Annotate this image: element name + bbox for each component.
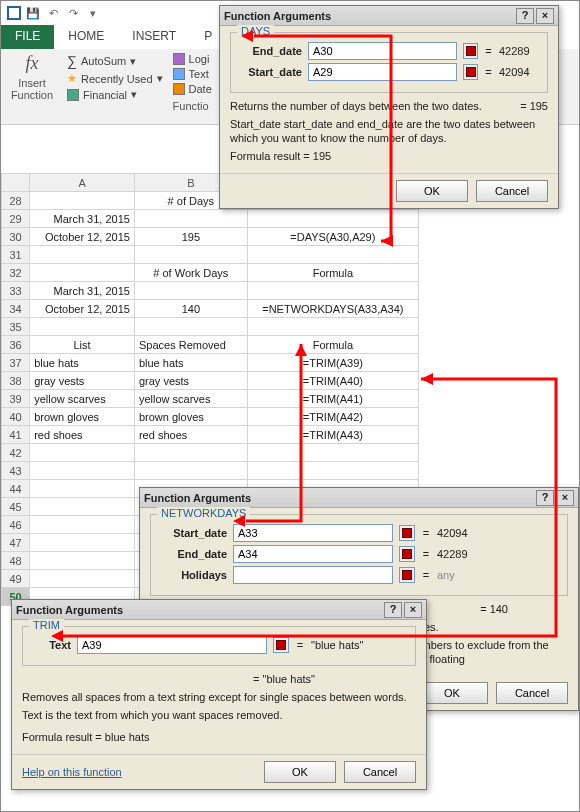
save-icon[interactable]: 💾 [25, 7, 41, 20]
cell[interactable]: =TRIM(A39) [247, 354, 418, 372]
cell[interactable]: brown gloves [134, 408, 247, 426]
cell[interactable]: =TRIM(A43) [247, 426, 418, 444]
cell[interactable]: March 31, 2015 [30, 282, 135, 300]
cell[interactable] [30, 534, 135, 552]
cell[interactable] [30, 570, 135, 588]
range-selector-icon[interactable] [399, 546, 415, 562]
close-icon[interactable]: × [404, 602, 422, 618]
row-header[interactable]: 30 [2, 228, 30, 246]
cell[interactable]: March 31, 2015 [30, 210, 135, 228]
cell[interactable]: October 12, 2015 [30, 228, 135, 246]
cell[interactable]: =NETWORKDAYS(A33,A34) [247, 300, 418, 318]
tab-insert[interactable]: INSERT [118, 25, 190, 49]
cell[interactable] [247, 282, 418, 300]
cell[interactable] [247, 462, 418, 480]
cancel-button[interactable]: Cancel [476, 180, 548, 202]
close-icon[interactable]: × [556, 490, 574, 506]
cell[interactable]: 195 [134, 228, 247, 246]
cell[interactable] [134, 444, 247, 462]
row-header[interactable]: 45 [2, 498, 30, 516]
row-header[interactable]: 38 [2, 372, 30, 390]
cell[interactable] [247, 246, 418, 264]
text-input[interactable] [77, 636, 267, 654]
row-header[interactable]: 48 [2, 552, 30, 570]
cell[interactable] [30, 516, 135, 534]
row-header[interactable]: 41 [2, 426, 30, 444]
cancel-button[interactable]: Cancel [344, 761, 416, 783]
qat-more-icon[interactable]: ▾ [85, 7, 101, 20]
financial-button[interactable]: Financial▾ [67, 88, 163, 101]
cell[interactable] [134, 282, 247, 300]
cell[interactable]: blue hats [134, 354, 247, 372]
cell[interactable] [30, 498, 135, 516]
cell[interactable] [134, 246, 247, 264]
cell[interactable] [247, 318, 418, 336]
row-header[interactable]: 42 [2, 444, 30, 462]
cell[interactable] [30, 192, 135, 210]
range-selector-icon[interactable] [463, 64, 478, 80]
cancel-button[interactable]: Cancel [496, 682, 568, 704]
select-all-cell[interactable] [2, 174, 30, 192]
range-selector-icon[interactable] [399, 525, 415, 541]
cell[interactable]: gray vests [134, 372, 247, 390]
row-header[interactable]: 49 [2, 570, 30, 588]
holidays-input[interactable] [233, 566, 393, 584]
text-button[interactable]: Text [173, 68, 212, 80]
row-header[interactable]: 35 [2, 318, 30, 336]
cell[interactable]: Formula [247, 336, 418, 354]
cell[interactable]: red shoes [134, 426, 247, 444]
cell[interactable]: List [30, 336, 135, 354]
range-selector-icon[interactable] [273, 637, 289, 653]
cell[interactable] [30, 318, 135, 336]
cell[interactable]: gray vests [30, 372, 135, 390]
cell[interactable]: yellow scarves [134, 390, 247, 408]
row-header[interactable]: 40 [2, 408, 30, 426]
cell[interactable] [247, 210, 418, 228]
recently-used-button[interactable]: ★Recently Used▾ [67, 72, 163, 85]
ok-button[interactable]: OK [396, 180, 468, 202]
row-header[interactable]: 46 [2, 516, 30, 534]
row-header[interactable]: 28 [2, 192, 30, 210]
end-date-input[interactable] [308, 42, 457, 60]
help-icon[interactable]: ? [384, 602, 402, 618]
row-header[interactable]: 47 [2, 534, 30, 552]
cell[interactable] [30, 264, 135, 282]
cell[interactable] [134, 210, 247, 228]
cell[interactable] [247, 444, 418, 462]
cell[interactable] [134, 318, 247, 336]
row-header[interactable]: 36 [2, 336, 30, 354]
range-selector-icon[interactable] [399, 567, 415, 583]
row-header[interactable]: 32 [2, 264, 30, 282]
end-date-input[interactable] [233, 545, 393, 563]
row-header[interactable]: 37 [2, 354, 30, 372]
row-header[interactable]: 39 [2, 390, 30, 408]
cell[interactable] [30, 246, 135, 264]
cell[interactable]: red shoes [30, 426, 135, 444]
col-header-a[interactable]: A [30, 174, 135, 192]
row-header[interactable]: 29 [2, 210, 30, 228]
autosum-button[interactable]: ∑AutoSum▾ [67, 53, 163, 69]
help-icon[interactable]: ? [516, 8, 534, 24]
cell[interactable]: 140 [134, 300, 247, 318]
cell[interactable]: =TRIM(A41) [247, 390, 418, 408]
start-date-input[interactable] [233, 524, 393, 542]
help-icon[interactable]: ? [536, 490, 554, 506]
undo-icon[interactable]: ↶ [45, 7, 61, 20]
tab-file[interactable]: FILE [1, 25, 54, 49]
cell[interactable]: # of Work Days [134, 264, 247, 282]
row-header[interactable]: 31 [2, 246, 30, 264]
row-header[interactable]: 44 [2, 480, 30, 498]
cell[interactable] [30, 552, 135, 570]
insert-function-button[interactable]: Insert Function [11, 77, 53, 101]
logical-button[interactable]: Logi [173, 53, 212, 65]
date-button[interactable]: Date [173, 83, 212, 95]
cell[interactable] [134, 462, 247, 480]
cell[interactable]: =DAYS(A30,A29) [247, 228, 418, 246]
cell[interactable]: Spaces Removed [134, 336, 247, 354]
cell[interactable]: =TRIM(A40) [247, 372, 418, 390]
start-date-input[interactable] [308, 63, 457, 81]
cell[interactable] [30, 480, 135, 498]
cell[interactable]: Formula [247, 264, 418, 282]
cell[interactable] [30, 444, 135, 462]
help-link[interactable]: Help on this function [22, 766, 122, 778]
